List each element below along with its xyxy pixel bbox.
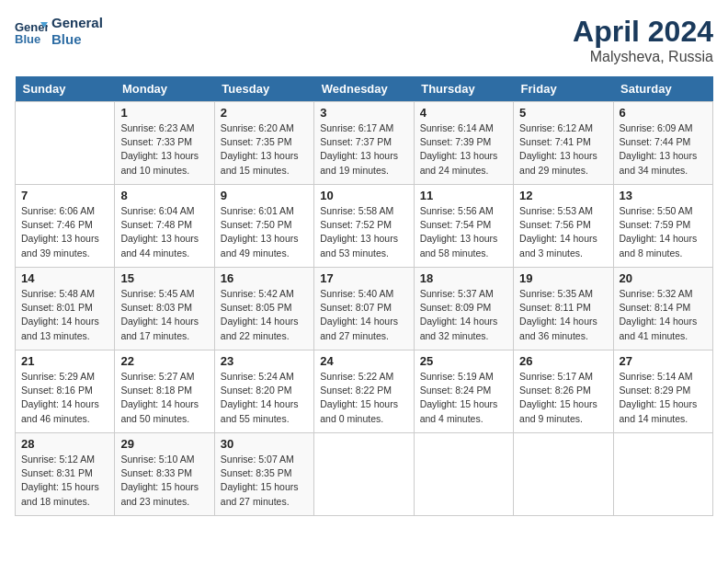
- day-detail: Sunrise: 6:04 AMSunset: 7:48 PMDaylight:…: [120, 205, 199, 259]
- logo-line2: Blue: [51, 31, 103, 48]
- day-detail: Sunrise: 5:17 AMSunset: 8:26 PMDaylight:…: [519, 371, 597, 424]
- day-detail: Sunrise: 6:20 AMSunset: 7:35 PMDaylight:…: [221, 122, 299, 176]
- calendar-cell: 28Sunrise: 5:12 AMSunset: 8:31 PMDayligh…: [16, 433, 115, 516]
- calendar-cell: 22Sunrise: 5:27 AMSunset: 8:18 PMDayligh…: [115, 350, 214, 433]
- calendar-week-row: 21Sunrise: 5:29 AMSunset: 8:16 PMDayligh…: [16, 350, 713, 433]
- logo-icon: General Blue: [15, 15, 48, 48]
- day-number: 12: [519, 189, 607, 202]
- day-number: 9: [221, 189, 308, 202]
- logo: General Blue General Blue: [15, 15, 103, 48]
- day-detail: Sunrise: 6:01 AMSunset: 7:50 PMDaylight:…: [221, 205, 299, 259]
- day-number: 29: [120, 437, 208, 451]
- calendar-week-row: 7Sunrise: 6:06 AMSunset: 7:46 PMDaylight…: [16, 185, 713, 268]
- calendar-cell: [16, 102, 115, 185]
- day-number: 30: [221, 437, 308, 451]
- day-detail: Sunrise: 5:10 AMSunset: 8:33 PMDaylight:…: [120, 454, 199, 507]
- day-detail: Sunrise: 5:24 AMSunset: 8:20 PMDaylight:…: [221, 371, 299, 424]
- calendar-cell: 30Sunrise: 5:07 AMSunset: 8:35 PMDayligh…: [214, 433, 313, 516]
- day-detail: Sunrise: 5:48 AMSunset: 8:01 PMDaylight:…: [21, 288, 99, 341]
- day-number: 8: [120, 189, 208, 202]
- weekday-header-tuesday: Tuesday: [214, 76, 313, 102]
- day-detail: Sunrise: 5:45 AMSunset: 8:03 PMDaylight:…: [120, 288, 199, 341]
- day-number: 23: [221, 354, 308, 368]
- calendar-cell: 16Sunrise: 5:42 AMSunset: 8:05 PMDayligh…: [214, 268, 313, 350]
- logo-line1: General: [51, 15, 103, 31]
- day-number: 14: [21, 271, 108, 285]
- day-detail: Sunrise: 6:23 AMSunset: 7:33 PMDaylight:…: [120, 122, 199, 176]
- calendar-cell: 19Sunrise: 5:35 AMSunset: 8:11 PMDayligh…: [514, 268, 613, 350]
- calendar-cell: 21Sunrise: 5:29 AMSunset: 8:16 PMDayligh…: [16, 350, 115, 433]
- svg-text:Blue: Blue: [15, 32, 40, 46]
- calendar-cell: 23Sunrise: 5:24 AMSunset: 8:20 PMDayligh…: [214, 350, 313, 433]
- day-number: 21: [21, 354, 108, 368]
- calendar-cell: [314, 433, 414, 516]
- calendar-cell: [613, 433, 712, 516]
- day-number: 5: [519, 106, 607, 120]
- weekday-header-sunday: Sunday: [16, 76, 115, 102]
- calendar-cell: 11Sunrise: 5:56 AMSunset: 7:54 PMDayligh…: [414, 185, 513, 268]
- calendar-week-row: 1Sunrise: 6:23 AMSunset: 7:33 PMDaylight…: [16, 102, 713, 185]
- calendar-cell: 6Sunrise: 6:09 AMSunset: 7:44 PMDaylight…: [613, 102, 712, 185]
- calendar-week-row: 14Sunrise: 5:48 AMSunset: 8:01 PMDayligh…: [16, 268, 713, 350]
- calendar-cell: 2Sunrise: 6:20 AMSunset: 7:35 PMDaylight…: [214, 102, 313, 185]
- day-number: 2: [221, 106, 308, 120]
- day-number: 11: [420, 189, 507, 202]
- calendar-cell: 14Sunrise: 5:48 AMSunset: 8:01 PMDayligh…: [16, 268, 115, 350]
- day-number: 24: [320, 354, 407, 368]
- day-number: 13: [620, 189, 707, 202]
- calendar-cell: 15Sunrise: 5:45 AMSunset: 8:03 PMDayligh…: [115, 268, 214, 350]
- day-detail: Sunrise: 5:19 AMSunset: 8:24 PMDaylight:…: [420, 371, 498, 424]
- day-number: 1: [120, 106, 208, 120]
- day-number: 17: [320, 271, 407, 285]
- calendar-cell: 4Sunrise: 6:14 AMSunset: 7:39 PMDaylight…: [414, 102, 513, 185]
- calendar-cell: 13Sunrise: 5:50 AMSunset: 7:59 PMDayligh…: [613, 185, 712, 268]
- day-number: 28: [21, 437, 108, 451]
- day-detail: Sunrise: 5:37 AMSunset: 8:09 PMDaylight:…: [420, 288, 498, 341]
- day-detail: Sunrise: 6:17 AMSunset: 7:37 PMDaylight:…: [320, 122, 398, 176]
- day-detail: Sunrise: 5:58 AMSunset: 7:52 PMDaylight:…: [320, 205, 398, 259]
- calendar-cell: 18Sunrise: 5:37 AMSunset: 8:09 PMDayligh…: [414, 268, 513, 350]
- day-number: 25: [420, 354, 507, 368]
- day-number: 6: [620, 106, 707, 120]
- calendar-title: April 2024: [573, 15, 713, 49]
- day-detail: Sunrise: 5:07 AMSunset: 8:35 PMDaylight:…: [221, 454, 299, 507]
- day-detail: Sunrise: 5:27 AMSunset: 8:18 PMDaylight:…: [120, 371, 199, 424]
- day-number: 16: [221, 271, 308, 285]
- weekday-header-monday: Monday: [115, 76, 214, 102]
- day-detail: Sunrise: 5:40 AMSunset: 8:07 PMDaylight:…: [320, 288, 398, 341]
- calendar-location: Malysheva, Russia: [573, 49, 713, 65]
- calendar-cell: [414, 433, 513, 516]
- day-detail: Sunrise: 5:22 AMSunset: 8:22 PMDaylight:…: [320, 371, 398, 424]
- calendar-cell: 17Sunrise: 5:40 AMSunset: 8:07 PMDayligh…: [314, 268, 414, 350]
- weekday-header-wednesday: Wednesday: [314, 76, 414, 102]
- day-number: 20: [620, 271, 707, 285]
- weekday-header-thursday: Thursday: [414, 76, 513, 102]
- day-detail: Sunrise: 6:06 AMSunset: 7:46 PMDaylight:…: [21, 205, 99, 259]
- title-block: April 2024 Malysheva, Russia: [573, 15, 713, 65]
- calendar-cell: 26Sunrise: 5:17 AMSunset: 8:26 PMDayligh…: [514, 350, 613, 433]
- day-number: 4: [420, 106, 507, 120]
- calendar-cell: 5Sunrise: 6:12 AMSunset: 7:41 PMDaylight…: [514, 102, 613, 185]
- day-number: 15: [120, 271, 208, 285]
- calendar-cell: 7Sunrise: 6:06 AMSunset: 7:46 PMDaylight…: [16, 185, 115, 268]
- day-detail: Sunrise: 6:12 AMSunset: 7:41 PMDaylight:…: [519, 122, 597, 176]
- day-number: 22: [120, 354, 208, 368]
- calendar-table: SundayMondayTuesdayWednesdayThursdayFrid…: [15, 76, 713, 516]
- weekday-header-saturday: Saturday: [613, 76, 712, 102]
- calendar-cell: 3Sunrise: 6:17 AMSunset: 7:37 PMDaylight…: [314, 102, 414, 185]
- calendar-cell: 1Sunrise: 6:23 AMSunset: 7:33 PMDaylight…: [115, 102, 214, 185]
- day-detail: Sunrise: 6:14 AMSunset: 7:39 PMDaylight:…: [420, 122, 498, 176]
- calendar-cell: 20Sunrise: 5:32 AMSunset: 8:14 PMDayligh…: [613, 268, 712, 350]
- day-detail: Sunrise: 6:09 AMSunset: 7:44 PMDaylight:…: [620, 122, 698, 176]
- calendar-cell: 25Sunrise: 5:19 AMSunset: 8:24 PMDayligh…: [414, 350, 513, 433]
- calendar-cell: 27Sunrise: 5:14 AMSunset: 8:29 PMDayligh…: [613, 350, 712, 433]
- day-number: 26: [519, 354, 607, 368]
- day-detail: Sunrise: 5:32 AMSunset: 8:14 PMDaylight:…: [620, 288, 698, 341]
- day-number: 7: [21, 189, 108, 202]
- calendar-cell: 24Sunrise: 5:22 AMSunset: 8:22 PMDayligh…: [314, 350, 414, 433]
- calendar-cell: 9Sunrise: 6:01 AMSunset: 7:50 PMDaylight…: [214, 185, 313, 268]
- day-detail: Sunrise: 5:56 AMSunset: 7:54 PMDaylight:…: [420, 205, 498, 259]
- day-detail: Sunrise: 5:50 AMSunset: 7:59 PMDaylight:…: [620, 205, 698, 259]
- calendar-cell: 8Sunrise: 6:04 AMSunset: 7:48 PMDaylight…: [115, 185, 214, 268]
- day-number: 3: [320, 106, 407, 120]
